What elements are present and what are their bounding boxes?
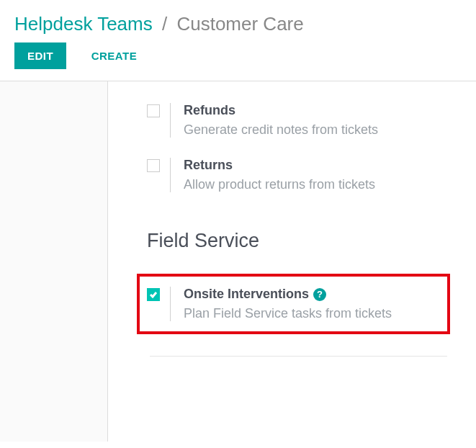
- refunds-checkbox[interactable]: [147, 104, 160, 117]
- setting-returns: Returns Allow product returns from ticke…: [115, 153, 469, 208]
- setting-refunds: Refunds Generate credit notes from ticke…: [115, 99, 469, 153]
- bottom-divider: [150, 356, 447, 357]
- returns-desc: Allow product returns from tickets: [184, 177, 375, 192]
- onsite-highlight-box: Onsite Interventions ? Plan Field Servic…: [137, 274, 450, 334]
- vline: [170, 287, 171, 321]
- onsite-title: Onsite Interventions: [184, 287, 309, 302]
- breadcrumb-root-link[interactable]: Helpdesk Teams: [14, 13, 153, 35]
- returns-checkbox[interactable]: [147, 159, 160, 172]
- breadcrumb-current: Customer Care: [176, 13, 303, 35]
- onsite-title-row: Onsite Interventions ?: [184, 287, 392, 302]
- create-button[interactable]: CREATE: [78, 42, 151, 69]
- check-icon: [149, 290, 158, 299]
- refunds-title: Refunds: [184, 103, 378, 118]
- edit-button[interactable]: EDIT: [14, 42, 66, 69]
- onsite-text: Onsite Interventions ? Plan Field Servic…: [184, 287, 392, 321]
- breadcrumb-separator: /: [158, 13, 171, 35]
- onsite-desc: Plan Field Service tasks from tickets: [184, 306, 392, 321]
- form-area: Refunds Generate credit notes from ticke…: [108, 81, 476, 442]
- setting-onsite-interventions: Onsite Interventions ? Plan Field Servic…: [147, 287, 441, 321]
- breadcrumb: Helpdesk Teams / Customer Care: [0, 0, 476, 42]
- onsite-checkbox[interactable]: [147, 288, 160, 301]
- returns-title: Returns: [184, 158, 375, 173]
- returns-text: Returns Allow product returns from ticke…: [184, 158, 375, 192]
- section-field-service-header: Field Service: [115, 208, 469, 274]
- vline: [170, 103, 171, 138]
- refunds-desc: Generate credit notes from tickets: [184, 122, 378, 138]
- content-area: Refunds Generate credit notes from ticke…: [0, 81, 476, 442]
- help-icon[interactable]: ?: [313, 288, 326, 301]
- action-bar: EDIT CREATE: [0, 42, 476, 81]
- left-sidebar: [0, 81, 108, 442]
- vline: [170, 158, 171, 192]
- refunds-text: Refunds Generate credit notes from ticke…: [184, 103, 378, 138]
